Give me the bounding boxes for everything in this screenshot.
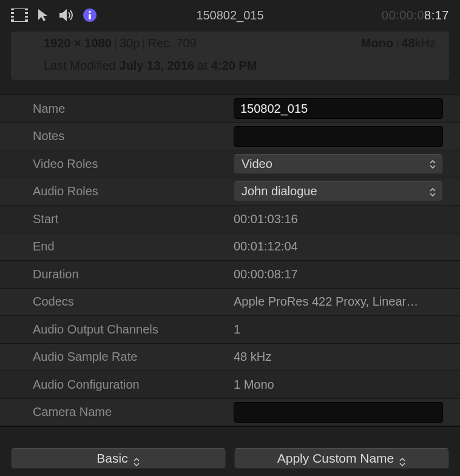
chevron-updown-icon [399,455,406,462]
notes-label: Notes [0,129,226,143]
chevron-updown-icon [429,160,436,167]
audio-sample-rate-value: 48 kHz [226,350,460,364]
codecs-value: Apple ProRes 422 Proxy, Linear… [226,295,460,309]
clip-info-summary: 1920 × 1080|30p|Rec. 709 Mono|48kHz Last… [11,32,449,80]
filmstrip-icon[interactable] [11,8,28,22]
metadata-view-select[interactable]: Basic [11,448,226,469]
audio-configuration-value: 1 Mono [226,378,460,392]
start-value[interactable]: 00:01:03:16 [226,212,460,226]
cursor-icon[interactable] [36,8,50,22]
svg-rect-11 [89,14,90,19]
camera-name-input[interactable] [234,402,443,423]
row-notes: Notes [0,123,460,151]
camera-name-label: Camera Name [0,405,226,419]
row-camera-name: Camera Name [0,399,460,427]
inspector-footer: Basic Apply Custom Name [0,443,460,476]
audio-roles-label: Audio Roles [0,184,226,198]
svg-rect-8 [25,18,28,19]
row-audio-output-channels: Audio Output Channels 1 [0,316,460,344]
audio-sample-rate-label: Audio Sample Rate [0,350,226,364]
audio-configuration-label: Audio Configuration [0,378,226,392]
svg-rect-5 [11,18,14,19]
name-label: Name [0,102,226,116]
row-duration: Duration 00:00:08:17 [0,261,460,289]
name-input[interactable] [234,98,443,119]
properties-table: Name Notes Video Roles Video Audio Roles… [0,95,460,427]
video-roles-label: Video Roles [0,157,226,171]
row-start: Start 00:01:03:16 [0,206,460,233]
info-icon[interactable] [83,8,97,22]
audio-roles-select[interactable]: John dialogue [234,181,443,201]
speaker-icon[interactable] [58,8,74,22]
source-timecode: 00:00:08:17 [382,8,449,22]
apply-custom-name-select[interactable]: Apply Custom Name [234,448,449,469]
audio-output-channels-value: 1 [226,323,460,337]
audio-output-channels-label: Audio Output Channels [0,323,226,337]
row-codecs: Codecs Apple ProRes 422 Proxy, Linear… [0,289,460,317]
svg-rect-6 [25,10,28,12]
end-label: End [0,240,226,253]
row-end: End 00:01:12:04 [0,233,460,261]
row-video-roles: Video Roles Video [0,150,460,178]
inspector-tab-bar: 150802_015 00:00:08:17 [0,0,460,29]
notes-input[interactable] [234,126,443,147]
codecs-label: Codecs [0,295,226,309]
row-audio-sample-rate: Audio Sample Rate 48 kHz [0,344,460,372]
svg-rect-4 [11,14,14,16]
svg-rect-3 [11,10,14,12]
chevron-updown-icon [133,455,140,462]
row-audio-roles: Audio Roles John dialogue [0,178,460,206]
svg-rect-7 [25,14,28,16]
row-audio-configuration: Audio Configuration 1 Mono [0,371,460,399]
end-value[interactable]: 00:01:12:04 [226,240,460,253]
row-name: Name [0,95,460,123]
duration-value: 00:00:08:17 [226,267,460,281]
svg-point-10 [89,11,91,13]
video-roles-select[interactable]: Video [234,154,443,174]
start-label: Start [0,212,226,226]
duration-label: Duration [0,267,226,281]
chevron-updown-icon [429,188,436,195]
